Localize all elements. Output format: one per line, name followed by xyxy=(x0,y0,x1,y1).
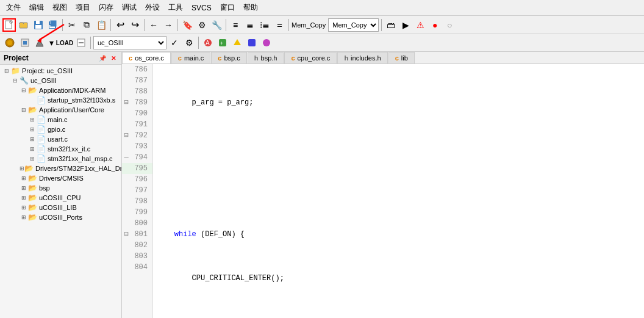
browse-btn[interactable]: 🗃 xyxy=(384,18,398,32)
tb2-btn1[interactable] xyxy=(2,35,17,50)
menu-window[interactable]: 窗口 xyxy=(216,1,238,14)
tb2-btn4[interactable] xyxy=(74,36,88,49)
tree-expand-usart[interactable]: ⊞ xyxy=(28,136,37,142)
svg-point-12 xyxy=(7,40,12,45)
align-btn4[interactable]: ⚌ xyxy=(273,18,286,32)
tree-expand-ulib[interactable]: ⊞ xyxy=(20,204,28,211)
align-btn3[interactable]: ⁞≣ xyxy=(258,18,271,32)
menu-help[interactable]: 帮助 xyxy=(240,1,262,14)
open-button[interactable] xyxy=(17,18,30,32)
menu-svcs[interactable]: SVCS xyxy=(188,2,215,13)
tab-bsp-h[interactable]: h bsp.h xyxy=(248,52,284,63)
tree-expand-uports[interactable]: ⊞ xyxy=(20,214,28,220)
white-dot-btn[interactable]: ○ xyxy=(443,18,456,32)
settings-btn[interactable]: ⚠ xyxy=(413,18,427,32)
bookmark-button[interactable]: 🔖 xyxy=(181,18,194,32)
save-button[interactable] xyxy=(32,18,45,32)
tb2-color-btn2[interactable]: + xyxy=(216,36,229,49)
tree-expand-mdk[interactable]: ⊟ xyxy=(20,87,28,93)
redo-button[interactable]: ↪ xyxy=(128,18,141,32)
menu-project[interactable]: 项目 xyxy=(72,1,94,14)
menu-peripheral[interactable]: 外设 xyxy=(141,1,163,14)
menu-view[interactable]: 视图 xyxy=(49,1,71,14)
tree-expand-msp[interactable]: ⊞ xyxy=(28,156,37,162)
editor-tabs: c os_core.c c main.c c bsp.c h bsp.h c c… xyxy=(122,52,644,64)
tb2-btn2[interactable] xyxy=(18,36,32,49)
tree-ucosiii-cpu[interactable]: ⊞ 📂 uCOSIII_CPU xyxy=(0,193,121,203)
debug-btn2[interactable]: 🔧 xyxy=(210,18,223,32)
tree-expand-cmsis[interactable]: ⊞ xyxy=(20,175,28,181)
code-text-789: while (DEF_ON) { xyxy=(157,229,245,240)
menu-debug[interactable]: 调试 xyxy=(118,1,140,14)
tab-bsp-c[interactable]: c bsp.c xyxy=(211,52,246,63)
tree-ucosiii-ports[interactable]: ⊞ 📂 uCOSIII_Ports xyxy=(0,212,121,222)
red-dot-btn[interactable]: ● xyxy=(428,18,442,32)
tb2-btn3[interactable] xyxy=(33,36,46,49)
tree-bsp[interactable]: ⊞ 📂 bsp xyxy=(0,183,121,193)
tree-expand-bsp[interactable]: ⊞ xyxy=(20,185,28,191)
tree-drivers-cmsis[interactable]: ⊞ 📂 Drivers/CMSIS xyxy=(0,173,121,183)
tree-gpio-c[interactable]: ⊞ 📄 gpio.c xyxy=(0,125,121,134)
tree-expand-ucpu[interactable]: ⊞ xyxy=(20,195,28,201)
align-left-btn[interactable]: ≡ xyxy=(229,18,242,32)
tree-drivers-hal[interactable]: ⊞ 📂 Drivers/STM32F1xx_HAL_Driver xyxy=(0,164,121,173)
forward-button[interactable]: → xyxy=(162,18,175,32)
paste-button[interactable]: 📋 xyxy=(95,18,108,32)
tree-expand-main[interactable]: ⊞ xyxy=(28,117,37,123)
tab-icon-os-core: c xyxy=(129,54,132,62)
tree-expand-it[interactable]: ⊞ xyxy=(28,146,37,152)
svg-rect-5 xyxy=(36,21,40,24)
tb2-settings2-btn[interactable]: ⚙ xyxy=(182,36,196,49)
undo-button[interactable]: ↩ xyxy=(113,18,127,32)
tree-project-root[interactable]: ⊟ 📁 Project: uc_OSIII xyxy=(0,66,121,76)
tree-usart-c[interactable]: ⊞ 📄 usart.c xyxy=(0,134,121,144)
fold-801[interactable]: ⊟ xyxy=(122,229,131,240)
project-select[interactable]: uc_OSIII xyxy=(93,36,166,49)
ln-802: 802 xyxy=(122,240,152,251)
code-editor[interactable]: 786 787 788 ⊟ 789 790 xyxy=(122,64,644,318)
save-all-button[interactable] xyxy=(46,18,60,32)
fold-792[interactable]: ⊟ xyxy=(122,130,131,141)
sidebar-pin-icon[interactable]: 📌 xyxy=(97,54,108,62)
tb2-color-btn5[interactable] xyxy=(260,36,273,49)
menu-flash[interactable]: 闪存 xyxy=(95,1,117,14)
tab-cpu-core-c[interactable]: c cpu_core.c xyxy=(284,52,337,63)
back-button[interactable]: ← xyxy=(147,18,160,32)
tree-expand-hal[interactable]: ⊞ xyxy=(20,165,24,172)
tab-main-c[interactable]: c main.c xyxy=(171,52,211,63)
menu-tools[interactable]: 工具 xyxy=(165,1,187,14)
align-btn2[interactable]: ≣ xyxy=(243,18,257,32)
tree-expand-ucosiii[interactable]: ⊟ xyxy=(11,78,20,84)
copy-button[interactable]: ⧉ xyxy=(80,18,93,32)
tree-ucosiii[interactable]: ⊟ 🔧 uc_OSIII xyxy=(0,76,121,85)
tree-it-c[interactable]: ⊞ 📄 stm32f1xx_it.c xyxy=(0,144,121,154)
tree-user-core[interactable]: ⊟ 📂 Application/User/Core xyxy=(0,105,121,115)
tb2-dropdown-arrow[interactable]: ▾ xyxy=(48,36,55,49)
cut-button[interactable]: ✂ xyxy=(65,18,79,32)
tree-main-c[interactable]: ⊞ 📄 main.c xyxy=(0,115,121,125)
tree-startup[interactable]: ⠀ 📄 startup_stm32f103xb.s xyxy=(0,95,121,105)
tree-expand-usercore[interactable]: ⊟ xyxy=(20,107,28,113)
build-button[interactable]: ⚙ xyxy=(195,18,209,32)
tab-includes-h[interactable]: h includes.h xyxy=(337,52,387,63)
tree-expand-root[interactable]: ⊟ xyxy=(2,68,11,74)
tb2-load-btn[interactable]: LOAD xyxy=(56,36,73,49)
debug-run-btn[interactable]: ▶ xyxy=(399,18,412,32)
code-content-panel[interactable]: p_arg = p_arg; while (DEF_ON) { CPU_ xyxy=(153,64,644,318)
tab-lib[interactable]: c lib xyxy=(388,52,415,63)
tree-ucosiii-lib[interactable]: ⊞ 📂 uCOSIII_LIB xyxy=(0,203,121,212)
mem-copy-select[interactable]: Mem_Copy xyxy=(328,18,379,32)
tree-msp-c[interactable]: ⊞ 📄 stm32f1xx_hal_msp.c xyxy=(0,154,121,164)
tb2-verify-btn[interactable]: ✓ xyxy=(168,36,181,49)
fold-789[interactable]: ⊟ xyxy=(122,97,131,108)
tb2-color-btn4[interactable] xyxy=(245,36,259,49)
tb2-color-btn1[interactable]: A xyxy=(201,36,215,49)
new-file-button[interactable] xyxy=(2,18,16,32)
tree-expand-gpio[interactable]: ⊞ xyxy=(28,126,37,132)
tb2-color-btn3[interactable] xyxy=(231,36,244,49)
tree-mdk-arm[interactable]: ⊟ 📂 Application/MDK-ARM xyxy=(0,85,121,95)
menu-file[interactable]: 文件 xyxy=(2,1,24,14)
sidebar-close-icon[interactable]: ✕ xyxy=(109,54,118,62)
tab-os-core-c[interactable]: c os_core.c xyxy=(122,52,171,64)
menu-edit[interactable]: 编辑 xyxy=(26,1,48,14)
